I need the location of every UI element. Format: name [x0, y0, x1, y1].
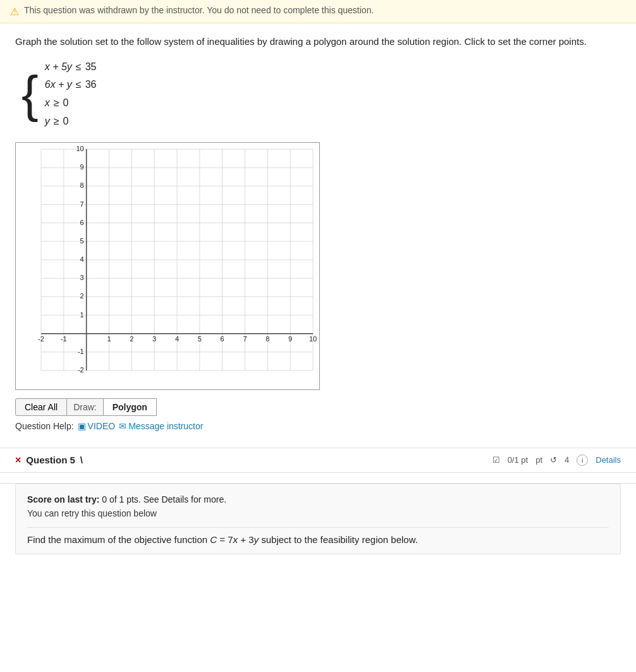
objective-text: Find the maximum of the objective functi… [27, 527, 609, 545]
ineq2-lhs: 6x + y [45, 76, 72, 94]
ineq4-rhs: 0 [63, 113, 69, 131]
video-link[interactable]: ▣ VIDEO [78, 421, 116, 431]
objective-content: Find the maximum of the objective functi… [27, 534, 418, 545]
video-icon: ▣ [78, 421, 86, 431]
clear-all-button[interactable]: Clear All [15, 398, 67, 416]
warning-text: This question was withdrawn by the instr… [24, 5, 374, 15]
details-link[interactable]: Details [596, 455, 621, 465]
inequality-row-2: 6x + y ≤ 36 [45, 76, 97, 94]
message-label: Message instructor [128, 421, 203, 431]
ineq3-op: ≥ [54, 94, 59, 113]
inequality-row-3: x ≥ 0 [45, 94, 97, 113]
inequalities-list: x + 5y ≤ 35 6x + y ≤ 36 x ≥ 0 y ≥ 0 [45, 58, 97, 131]
video-label: VIDEO [88, 421, 116, 431]
message-instructor-link[interactable]: ✉ Message instructor [119, 421, 203, 431]
ineq3-lhs: x [45, 94, 50, 113]
ineq2-op: ≤ [76, 76, 82, 94]
draw-mode-label: Polygon [104, 398, 157, 416]
score-section: Score on last try: 0 of 1 pts. See Detai… [15, 484, 621, 554]
warning-banner: ⚠ This question was withdrawn by the ins… [0, 0, 636, 23]
retry-count: 4 [565, 455, 569, 465]
question-prompt: Graph the solution set to the follow sys… [15, 35, 621, 49]
message-icon: ✉ [119, 421, 126, 431]
ineq4-op: ≥ [54, 113, 59, 131]
points-text: 0/1 pt [508, 455, 529, 465]
inequality-row-4: y ≥ 0 [45, 113, 97, 131]
checkmark-icon: ☑ [492, 455, 500, 465]
draw-label: Draw: [67, 398, 104, 416]
retry-icon: ↺ [550, 455, 557, 465]
backslash-symbol: \ [80, 455, 83, 465]
brace-symbol: { [21, 69, 39, 119]
question-5-label: Question 5 [26, 455, 75, 465]
question-help: Question Help: ▣ VIDEO ✉ Message instruc… [15, 421, 621, 431]
score-text: Score on last try: 0 of 1 pts. See Detai… [27, 494, 609, 504]
see-details: See Details for more. [144, 494, 227, 504]
graph-canvas[interactable] [15, 142, 320, 390]
x-icon: × [15, 455, 21, 466]
ineq4-lhs: y [45, 113, 50, 131]
question-5-left: × Question 5 \ [15, 455, 83, 466]
inequality-row-1: x + 5y ≤ 35 [45, 58, 97, 76]
graph-container [15, 142, 320, 390]
ineq3-rhs: 0 [63, 94, 69, 113]
graph-controls: Clear All Draw: Polygon [15, 398, 621, 416]
question-5-bar: × Question 5 \ ☑ 0/1 pt pt ↺ 4 i Details [0, 448, 636, 473]
question-5-right: ☑ 0/1 pt pt ↺ 4 i Details [492, 455, 621, 466]
main-content: Graph the solution set to the follow sys… [0, 23, 636, 437]
retry-text: You can retry this question below [27, 508, 609, 518]
info-icon[interactable]: i [577, 455, 588, 466]
system-inequalities: { x + 5y ≤ 35 6x + y ≤ 36 x ≥ 0 [21, 58, 621, 131]
score-value: 0 of 1 pts. [102, 494, 140, 504]
warning-icon: ⚠ [10, 6, 19, 18]
ineq2-rhs: 36 [85, 76, 97, 94]
ineq1-op: ≤ [76, 58, 82, 76]
ineq1-rhs: 35 [85, 58, 97, 76]
ineq1-lhs: x + 5y [45, 58, 72, 76]
score-label: Score on last try: [27, 494, 99, 504]
question-help-label: Question Help: [15, 421, 74, 431]
